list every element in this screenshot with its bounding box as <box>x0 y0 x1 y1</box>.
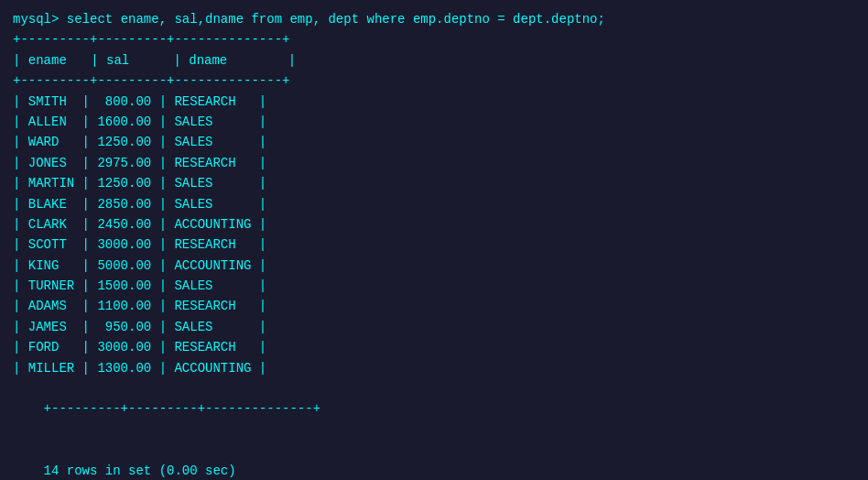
header-row: | ename | sal | dname | <box>13 53 296 68</box>
table-row: | SCOTT | 3000.00 | RESEARCH | <box>13 237 266 252</box>
separator-top: +---------+---------+--------------+ <box>13 32 289 47</box>
table-row: | ALLEN | 1600.00 | SALES | <box>13 115 266 129</box>
sql-command: select ename, sal,dname from emp, dept w… <box>59 12 605 27</box>
table-row: | JAMES | 950.00 | SALES | <box>13 320 266 334</box>
col-header-ename: ename <box>28 50 83 71</box>
table-row: | MARTIN | 1250.00 | SALES | <box>13 176 266 191</box>
rows-container: | SMITH | 800.00 | RESEARCH | | ALLEN | … <box>13 92 855 378</box>
table-row: | KING | 5000.00 | ACCOUNTING | <box>13 258 266 273</box>
table-row: | ADAMS | 1100.00 | RESEARCH | <box>13 299 266 313</box>
prompt: mysql> <box>13 12 59 27</box>
separator-bot: +---------+---------+--------------+ <box>44 401 320 416</box>
table-row: | MILLER | 1300.00 | ACCOUNTING | <box>13 361 266 376</box>
table-row: | SMITH | 800.00 | RESEARCH | <box>13 94 266 109</box>
terminal-window: mysql> select ename, sal,dname from emp,… <box>13 9 855 480</box>
col-header-dname: dname <box>189 50 280 71</box>
table-row: | CLARK | 2450.00 | ACCOUNTING | <box>13 217 266 232</box>
table-row: | TURNER | 1500.00 | SALES | <box>13 278 266 293</box>
separator-mid: +---------+---------+--------------+ <box>13 73 289 88</box>
col-header-sal: sal <box>106 50 166 71</box>
table-row: | JONES | 2975.00 | RESEARCH | <box>13 156 266 170</box>
data-rows: | SMITH | 800.00 | RESEARCH | | ALLEN | … <box>13 92 855 378</box>
table-row: | BLAKE | 2850.00 | SALES | <box>13 197 266 212</box>
footer-text: 14 rows in set (0.00 sec) <box>44 464 236 478</box>
table-row: | FORD | 3000.00 | RESEARCH | <box>13 340 266 355</box>
footer-area: +---------+---------+--------------+ 14 … <box>13 378 855 480</box>
terminal-content: mysql> select ename, sal,dname from emp,… <box>13 9 855 92</box>
table-row: | WARD | 1250.00 | SALES | <box>13 135 266 149</box>
